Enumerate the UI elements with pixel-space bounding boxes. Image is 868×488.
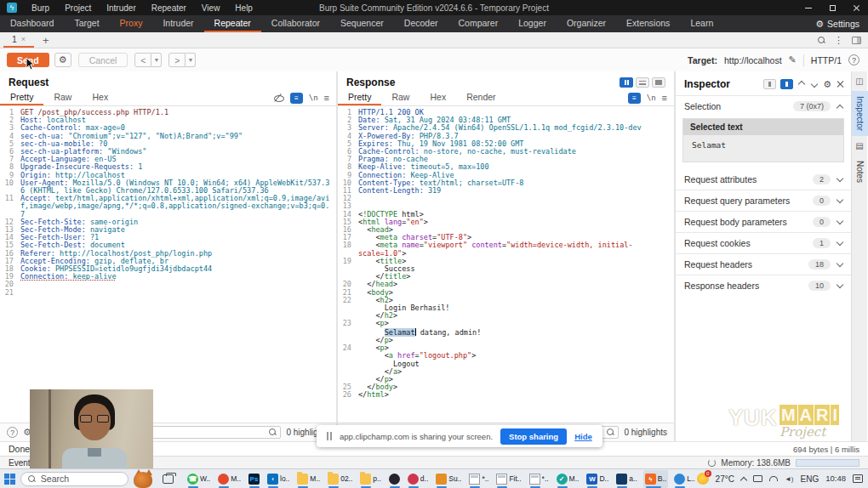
dock-panel-icon[interactable] [852, 37, 861, 44]
help-icon[interactable]: ? [848, 54, 859, 65]
inspector-section-selection[interactable]: Selection 7 (0x7) [676, 95, 851, 116]
edit-target-pencil-icon[interactable]: ✎ [789, 54, 797, 65]
inspector-settings-gear-icon[interactable]: ⚙ [823, 80, 831, 89]
response-tab-hex[interactable]: Hex [420, 90, 456, 105]
taskbar-item-window-doc-2[interactable]: *.. [528, 470, 551, 488]
menu-burp[interactable]: Burp [24, 3, 57, 13]
taskbar-item-burp[interactable]: ϟB.. [643, 470, 668, 488]
close-icon[interactable] [844, 0, 868, 15]
taskbar-item-blue-circle-app[interactable]: L.. [672, 470, 696, 488]
taskbar-item-window-doc-1[interactable]: *.. [467, 470, 490, 488]
weather-temp[interactable]: 27°C [716, 474, 734, 484]
editor-menu-icon[interactable]: ≡ [324, 93, 329, 103]
hide-share-bar-link[interactable]: Hide [574, 432, 592, 441]
response-tab-raw[interactable]: Raw [381, 90, 420, 105]
request-tab-pretty[interactable]: Pretty [0, 90, 43, 105]
minimize-icon[interactable] [797, 0, 820, 15]
response-tab-pretty[interactable]: Pretty [338, 90, 381, 105]
forward-dropdown-icon[interactable]: ▼ [186, 53, 196, 67]
more-options-icon[interactable]: ⋮ [834, 35, 843, 46]
tab-sequencer[interactable]: Sequencer [330, 15, 394, 32]
wifi-icon[interactable] [769, 476, 778, 481]
clock[interactable]: 10:48 [825, 474, 846, 483]
taskbar-search-box[interactable]: Search [20, 472, 128, 486]
menu-help[interactable]: Help [227, 3, 260, 13]
taskbar-item-photoshop[interactable]: Ps [247, 470, 261, 488]
single-pane-layout-icon[interactable] [652, 77, 665, 88]
tab-learn[interactable]: Learn [680, 15, 723, 32]
expand-all-icon[interactable] [798, 81, 805, 88]
tab-proxy[interactable]: Proxy [110, 15, 153, 32]
add-tab-button[interactable]: + [34, 32, 58, 48]
request-editor[interactable]: 1GET /post_php/success.php HTTP/1.12Host… [0, 106, 336, 423]
taskbar-item-folder-02[interactable]: 02.. [326, 470, 354, 488]
soft-wrap-icon[interactable]: ≡ [628, 93, 641, 104]
newline-toggle-icon[interactable]: \n [309, 94, 318, 102]
taskbar-item-orange-app[interactable]: Su.. [434, 470, 463, 488]
tab-intruder[interactable]: Intruder [152, 15, 203, 32]
inspector-section-response-headers[interactable]: Response headers10 [676, 275, 851, 296]
maximize-icon[interactable] [820, 0, 844, 15]
taskbar-item-word[interactable]: WD.. [585, 470, 610, 488]
settings-button[interactable]: ⚙Settings [807, 15, 868, 32]
inspector-layout-active-icon[interactable] [780, 79, 793, 89]
back-dropdown-icon[interactable]: ▼ [151, 53, 162, 67]
taskbar-item-whatsapp[interactable]: ☎W.. [186, 470, 212, 488]
taskbar-item-folder-p[interactable]: p.. [358, 470, 382, 488]
tab-decoder[interactable]: Decoder [394, 15, 448, 32]
rows-layout-icon[interactable] [636, 77, 649, 88]
http-version-selector[interactable]: HTTP/1 [811, 55, 842, 65]
taskbar-item-folder-m[interactable]: M.. [295, 470, 322, 488]
taskbar-item-red-circle-app[interactable]: d.. [406, 470, 430, 488]
taskbar-item-vscode[interactable]: ‹lo.. [266, 470, 291, 488]
soft-wrap-icon[interactable]: ≡ [290, 93, 303, 104]
search-help-icon[interactable]: ? [7, 427, 18, 438]
taskbar-item-check-app[interactable]: ✓M.. [555, 470, 581, 488]
tab-extensions[interactable]: Extensions [616, 15, 680, 32]
close-tab-icon[interactable]: × [21, 35, 26, 43]
hide-non-printable-icon[interactable] [273, 94, 284, 102]
weather-icon[interactable]: 0 [697, 473, 709, 485]
taskbar-item-hexagon-app[interactable] [387, 470, 402, 488]
menu-intruder[interactable]: Intruder [99, 3, 143, 13]
history-forward-control[interactable]: > ▼ [168, 53, 196, 67]
response-editor[interactable]: 1HTTP/1.1 200 OK2Date: Sat, 31 Aug 2024 … [338, 106, 674, 423]
side-tab-inspector[interactable]: Inspector [852, 91, 868, 136]
tab-target[interactable]: Target [64, 15, 109, 32]
collapse-all-icon[interactable] [811, 81, 818, 88]
inspector-layout-icon[interactable] [763, 79, 776, 89]
editor-menu-icon[interactable]: ≡ [662, 93, 667, 103]
columns-layout-icon[interactable] [620, 77, 633, 88]
request-tab-hex[interactable]: Hex [82, 90, 118, 105]
inspector-section-request-body-parameters[interactable]: Request body parameters0 [676, 211, 851, 232]
back-arrow-icon[interactable]: < [134, 53, 151, 67]
send-settings-gear-icon[interactable]: ⚙ [54, 53, 71, 67]
search-icon[interactable] [818, 37, 825, 44]
task-view-icon[interactable] [163, 474, 174, 484]
inspector-close-icon[interactable] [836, 80, 844, 88]
refresh-icon[interactable] [708, 459, 716, 467]
tab-organizer[interactable]: Organizer [557, 15, 616, 32]
tab-logger[interactable]: Logger [508, 15, 557, 32]
inspector-section-request-attributes[interactable]: Request attributes2 [676, 169, 851, 190]
taskbar-item-navy-app[interactable]: a.. [614, 470, 638, 488]
inspector-section-request-headers[interactable]: Request headers18 [676, 253, 851, 275]
request-tab-raw[interactable]: Raw [43, 90, 82, 105]
tab-repeater[interactable]: Repeater [204, 15, 261, 32]
cancel-button[interactable]: Cancel [78, 53, 128, 67]
device-icon[interactable] [753, 475, 762, 482]
taskbar-item-mail-app[interactable]: M.. [216, 470, 243, 488]
newline-toggle-icon[interactable]: \n [647, 94, 656, 102]
response-tab-render[interactable]: Render [456, 90, 505, 105]
inspector-section-request-cookies[interactable]: Request cookies1 [676, 232, 851, 253]
side-tab-notes[interactable]: Notes [852, 156, 868, 188]
menu-view[interactable]: View [194, 3, 228, 13]
tab-collaborator[interactable]: Collaborator [261, 15, 330, 32]
tab-comparer[interactable]: Comparer [448, 15, 509, 32]
tray-expand-chevron-icon[interactable] [740, 476, 747, 483]
menu-project[interactable]: Project [57, 3, 99, 13]
taskbar-item-window-doc-fit[interactable]: Fit.. [494, 470, 523, 488]
language-indicator[interactable]: ENG [801, 474, 819, 484]
menu-repeater[interactable]: Repeater [144, 3, 194, 13]
forward-arrow-icon[interactable]: > [168, 53, 186, 67]
